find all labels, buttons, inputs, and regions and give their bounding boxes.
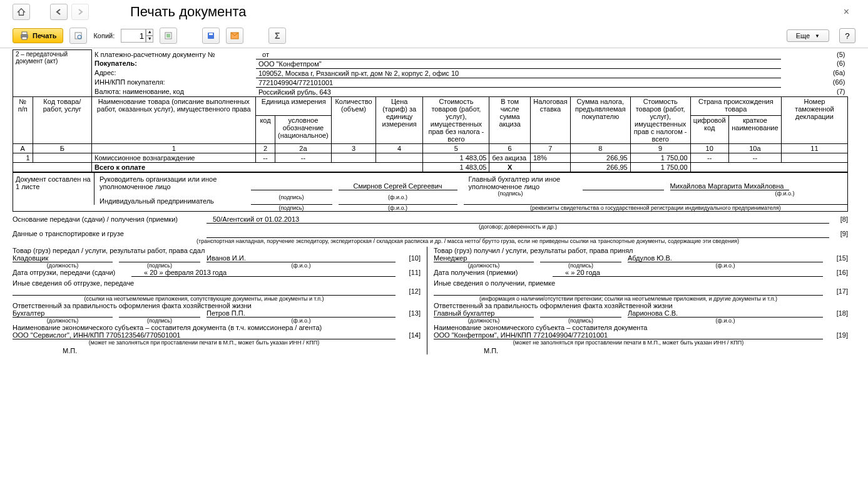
copies-label: Копий: bbox=[93, 32, 115, 39]
totals-row: Всего к оплате 1 483,05 Х 266,95 1 750,0… bbox=[13, 162, 848, 172]
svg-rect-2 bbox=[22, 37, 27, 39]
save-button[interactable] bbox=[202, 28, 220, 44]
svg-rect-1 bbox=[22, 32, 27, 34]
preview-button[interactable] bbox=[69, 28, 87, 44]
table-row: 1 Комиссионное вознаграждение -- -- 1 48… bbox=[13, 153, 848, 162]
sum-button[interactable]: Σ bbox=[268, 28, 286, 44]
receive-label: Товар (груз) получил / услуги, результат… bbox=[434, 247, 848, 254]
mail-button[interactable] bbox=[226, 28, 243, 44]
back-button[interactable] bbox=[50, 4, 68, 20]
page-title: Печать документа bbox=[130, 4, 246, 20]
help-button[interactable]: ? bbox=[839, 28, 855, 43]
action-toolbar: Печать Копий: ▲▼ Σ Еще▼ ? bbox=[0, 24, 868, 48]
handover-label: Товар (груз) передал / услуги, результат… bbox=[13, 247, 421, 254]
col-name: Наименование товара (описание выполненны… bbox=[92, 96, 256, 143]
copies-down[interactable]: ▼ bbox=[146, 36, 153, 43]
forward-button[interactable] bbox=[71, 4, 89, 20]
col-num: № п/п bbox=[13, 96, 33, 143]
copies-input[interactable] bbox=[121, 29, 146, 43]
settings-button[interactable] bbox=[160, 28, 177, 44]
print-button[interactable]: Печать bbox=[13, 28, 63, 43]
printer-icon bbox=[19, 31, 29, 40]
close-button[interactable]: × bbox=[844, 6, 849, 18]
copies-up[interactable]: ▲ bbox=[146, 29, 153, 36]
title-toolbar: Печать документа × bbox=[0, 0, 868, 24]
doc-type-cell: 2 – передаточный документ (акт) bbox=[13, 50, 92, 97]
home-button[interactable] bbox=[13, 4, 30, 20]
more-button[interactable]: Еще▼ bbox=[787, 29, 829, 42]
composed-cell: Документ составлен на1 листе bbox=[13, 172, 94, 205]
col-code: Код товара/ работ, услуг bbox=[33, 96, 92, 143]
svg-rect-7 bbox=[209, 33, 213, 35]
print-label: Печать bbox=[33, 32, 56, 39]
document-area[interactable]: 2 – передаточный документ (акт) К платеж… bbox=[0, 49, 868, 475]
